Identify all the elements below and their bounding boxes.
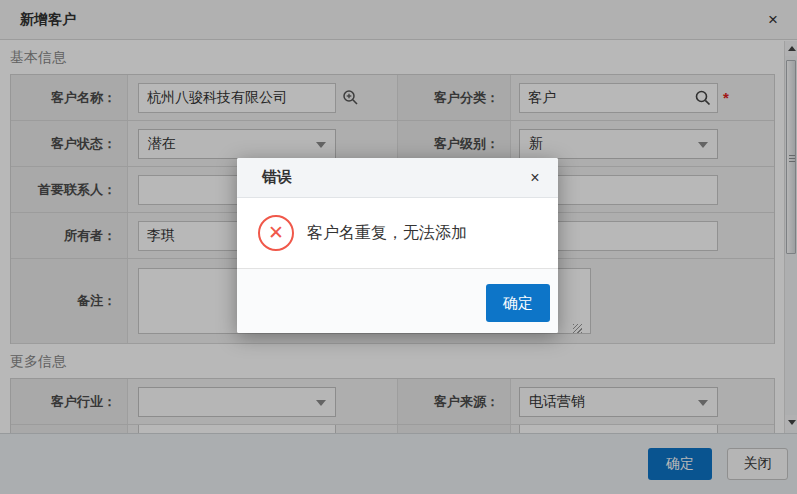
- error-modal-title: 错误: [237, 168, 292, 187]
- error-message: 客户名重复，无法添加: [307, 223, 467, 244]
- error-ok-button[interactable]: 确定: [486, 284, 550, 322]
- error-modal: 错误 × ✕ 客户名重复，无法添加 确定: [237, 158, 558, 333]
- error-modal-body: ✕ 客户名重复，无法添加: [237, 198, 558, 268]
- error-modal-close-icon[interactable]: ×: [524, 167, 546, 189]
- error-modal-footer: 确定: [237, 268, 558, 333]
- error-x-glyph: ✕: [268, 223, 284, 242]
- error-icon: ✕: [258, 215, 294, 251]
- error-modal-header: 错误 ×: [237, 158, 558, 198]
- screen: 新增客户 × 基本信息 客户名称：: [0, 0, 797, 494]
